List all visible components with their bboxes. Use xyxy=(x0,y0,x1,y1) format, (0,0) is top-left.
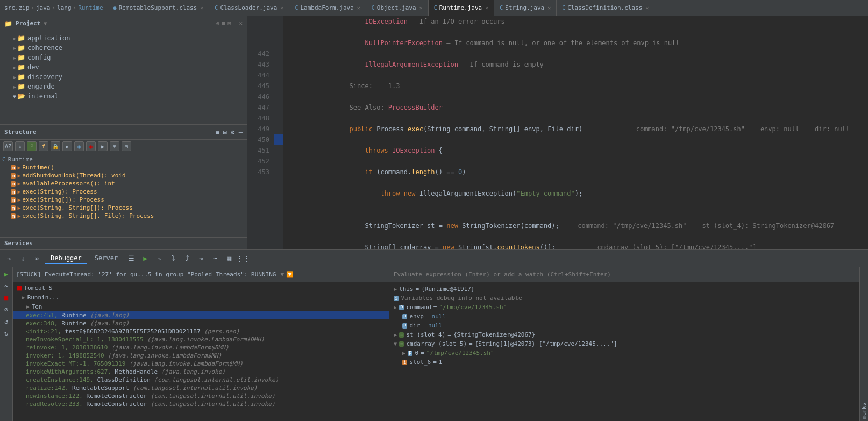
stack-frame-3[interactable]: newInvokeSpecial_L:-1, 1880418555 (java.… xyxy=(13,336,389,344)
tab-object[interactable]: C Object.java ✕ xyxy=(366,0,429,16)
var-st[interactable]: ▶ ≡ st (slot_4) = {StringTokenizer@42067… xyxy=(392,330,857,339)
tab-classloader[interactable]: C ClassLoader.java ✕ xyxy=(209,0,289,16)
filter-method-btn[interactable]: ▶ xyxy=(62,141,72,151)
structure-ctrl3[interactable]: ⚙ xyxy=(231,129,234,136)
tab-close3[interactable]: ✕ xyxy=(357,5,360,11)
project-tree[interactable]: ▶ 📁 application ▶ 📁 coherence ▶ 📁 config… xyxy=(0,31,247,124)
struct-class-runtime[interactable]: C Runtime xyxy=(2,155,245,163)
sort-alpha-btn[interactable]: AZ xyxy=(3,141,13,151)
tree-item-discovery[interactable]: ▶ 📁 discovery xyxy=(0,72,247,82)
tree-item-application[interactable]: ▶ 📁 application xyxy=(0,33,247,43)
tab-remotable-support[interactable]: ● RemotableSupport.class ✕ xyxy=(108,0,210,16)
var-dir[interactable]: P dir = null xyxy=(392,321,857,330)
step-over-btn[interactable]: ↷ xyxy=(3,253,15,265)
stack-frame-7[interactable]: invokeWithArguments:627, MethodHandle (j… xyxy=(13,368,389,376)
debug-resume-btn[interactable]: ▶ xyxy=(2,269,11,279)
stack-frame-9[interactable]: realize:142, RemotableSupport (com.tango… xyxy=(13,384,389,392)
run-cursor-btn[interactable]: ⇥ xyxy=(195,253,207,265)
ton-item[interactable]: ▶ Ton xyxy=(13,302,389,311)
tab-close4[interactable]: ✕ xyxy=(419,5,423,11)
tab-close6[interactable]: ✕ xyxy=(547,5,551,11)
tab-server[interactable]: Server xyxy=(89,253,123,264)
eval-expr-btn[interactable]: ⋯ xyxy=(209,253,221,265)
step-into-btn[interactable]: ↓ xyxy=(17,253,29,265)
server-icon[interactable]: ☰ xyxy=(125,253,137,265)
var-this[interactable]: ▶ this = {Runtime@41917} xyxy=(392,284,857,294)
running-item[interactable]: ▶ Runnin... xyxy=(13,293,389,302)
tree-item-engarde[interactable]: ▶ 📁 engarde xyxy=(0,82,247,91)
filter-red-btn[interactable]: ◉ xyxy=(86,141,96,151)
step-out-btn[interactable]: ⤴ xyxy=(181,253,193,265)
struct-method-exec2[interactable]: m ▶ exec(String[]): Process xyxy=(2,196,245,204)
tab-close7[interactable]: ✕ xyxy=(645,5,649,11)
stack-frame-6[interactable]: invokeExact_MT:-1, 765091319 (java.lang.… xyxy=(13,360,389,368)
stack-frame-8[interactable]: createInstance:149, ClassDefinition (com… xyxy=(13,376,389,384)
threads-btn[interactable]: ⋮⋮ xyxy=(237,253,249,265)
filter-field-btn[interactable]: f xyxy=(39,141,48,151)
var-cmdarray-0[interactable]: ▶ P 0 = "/tmp/cve/12345.sh" xyxy=(392,348,857,358)
resume-btn[interactable]: ▶ xyxy=(139,253,151,265)
struct-method-exec3[interactable]: m ▶ exec(String, String[]): Process xyxy=(2,204,245,212)
filter-blue-btn[interactable]: ◉ xyxy=(74,141,84,151)
stack-frame-10[interactable]: newInstance:122, RemoteConstructor (com.… xyxy=(13,392,389,400)
var-cmdarray[interactable]: ▼ ≡ cmdarray (slot_5) = {String[1]@42073… xyxy=(392,339,857,348)
var-envp[interactable]: P envp = null xyxy=(392,312,857,321)
stack-frame-4[interactable]: reinvoke:-1, 2030138610 (java.lang.invok… xyxy=(13,344,389,352)
step-into2-btn[interactable]: ⤵ xyxy=(167,253,179,265)
structure-tree[interactable]: C Runtime m ▶ Runtime() m ▶ addShutdownH… xyxy=(0,153,247,237)
debug-stop-btn[interactable]: ■ xyxy=(2,293,11,303)
filter-public-btn[interactable]: P xyxy=(27,141,37,151)
stack-frame-0[interactable]: exec:451, Runtime (java.lang) xyxy=(13,311,389,319)
tab-classdefinition[interactable]: C ClassDefinition.class ✕ xyxy=(557,0,654,16)
variables-tree[interactable]: ▶ this = {Runtime@41917} i Variables deb… xyxy=(389,282,859,421)
structure-ctrl2[interactable]: ⊟ xyxy=(223,129,227,136)
step-over2-btn[interactable]: ↷ xyxy=(153,253,165,265)
tab-string[interactable]: C String.java ✕ xyxy=(494,0,557,16)
debug-step-btn[interactable]: ↷ xyxy=(2,281,11,291)
structure-ctrl4[interactable]: — xyxy=(239,129,243,136)
struct-method-constructor[interactable]: m ▶ Runtime() xyxy=(2,163,245,172)
struct-method-processors[interactable]: m ▶ availableProcessors(): int xyxy=(2,180,245,188)
stack-frame-2[interactable]: <init>:21, test6$80B23246A978E5F5F252051… xyxy=(13,327,389,336)
project-ctrl2[interactable]: ≡ xyxy=(222,20,226,27)
var-command[interactable]: ▶ P command = "/tmp/cve/12345.sh" xyxy=(392,303,857,312)
tab-close[interactable]: ✕ xyxy=(200,5,203,11)
tree-item-internal[interactable]: ▼ 📂 internal xyxy=(0,91,247,101)
tree-item-coherence[interactable]: ▶ 📁 coherence xyxy=(0,43,247,53)
debug-back-btn[interactable]: ↺ xyxy=(2,317,11,326)
tab-close2[interactable]: ✕ xyxy=(280,5,283,11)
tab-close5[interactable]: ✕ xyxy=(485,5,488,11)
debug-mute-btn[interactable]: ⊘ xyxy=(2,305,11,315)
stack-frame-5[interactable]: invoker:-1, 1498852540 (java.lang.invoke… xyxy=(13,352,389,360)
structure-ctrl1[interactable]: ≡ xyxy=(215,129,219,136)
stack-frames[interactable]: exec:451, Runtime (java.lang) exec:348, … xyxy=(13,311,389,421)
stack-frame-11[interactable]: readResolve:233, RemoteConstructor (com.… xyxy=(13,400,389,408)
struct-method-exec1[interactable]: m ▶ exec(String): Process xyxy=(2,188,245,196)
tab-lambdaform[interactable]: C LambdaForm.java ✕ xyxy=(289,0,366,16)
project-ctrl1[interactable]: ⊕ xyxy=(216,20,220,27)
expand-btn[interactable]: » xyxy=(31,253,43,265)
var-slot6[interactable]: i slot_6 = 1 xyxy=(392,358,857,367)
debug-forward-btn[interactable]: ↻ xyxy=(2,329,11,338)
project-ctrl3[interactable]: ⊟ xyxy=(227,20,231,27)
frames-btn[interactable]: ▦ xyxy=(223,253,235,265)
filter-icon[interactable]: ▼ xyxy=(280,271,284,278)
filter-icon2[interactable]: 🔽 xyxy=(286,271,294,278)
tab-debugger[interactable]: Debugger xyxy=(45,253,87,264)
editor-content[interactable]: 442 443 444 445 446 447 448 449 450 451 … xyxy=(247,16,868,249)
struct-method-shutdown[interactable]: m ▶ addShutdownHook(Thread): void xyxy=(2,172,245,180)
stack-frame-1[interactable]: exec:348, Runtime (java.lang) xyxy=(13,319,389,327)
sort-type-btn[interactable]: ↕ xyxy=(15,141,25,151)
filter-lock-btn[interactable]: 🔒 xyxy=(51,141,60,151)
project-ctrl4[interactable]: — xyxy=(233,20,237,27)
tree-item-config[interactable]: ▶ 📁 config xyxy=(0,53,247,62)
filter-expand-btn[interactable]: ⊞ xyxy=(110,141,119,151)
struct-method-exec4[interactable]: m ▶ exec(String, String[], File): Proces… xyxy=(2,212,245,220)
filter-anon-btn[interactable]: ▶ xyxy=(98,141,108,151)
stop-icon[interactable]: ■ xyxy=(17,283,22,292)
tomcat-item[interactable]: ■ Tomcat S xyxy=(13,282,389,293)
tree-item-dev[interactable]: ▶ 📁 dev xyxy=(0,62,247,72)
tab-runtime[interactable]: C Runtime.java ✕ xyxy=(429,0,495,16)
project-ctrl5[interactable]: ✕ xyxy=(239,20,243,27)
filter-collapse-btn[interactable]: ⊟ xyxy=(122,141,131,151)
